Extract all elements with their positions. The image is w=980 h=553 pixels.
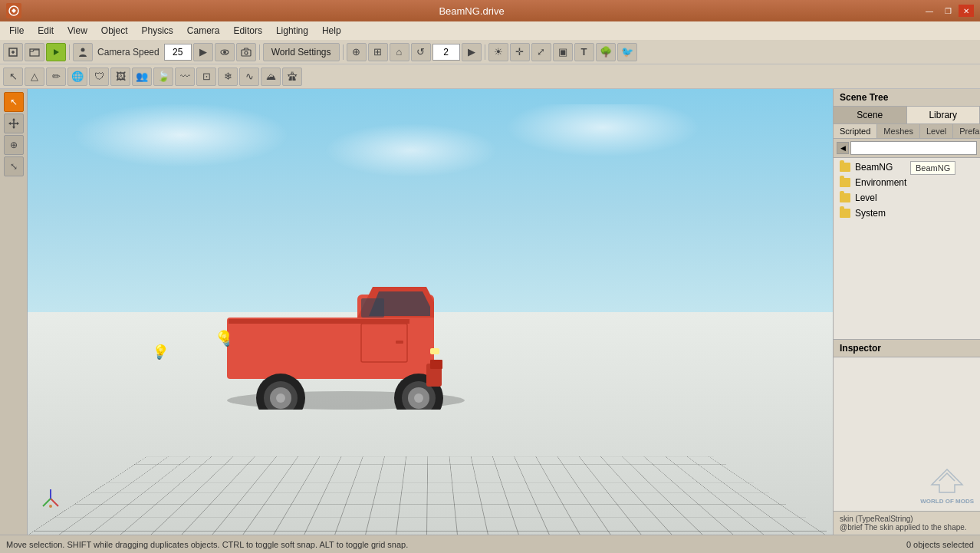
resize-tool-btn[interactable]: ⤡ (4, 156, 24, 176)
svg-rect-20 (396, 341, 403, 344)
tree-item-level-label: Level (855, 193, 877, 203)
text-btn[interactable]: T (574, 43, 594, 61)
camera-eye-btn[interactable] (215, 43, 235, 61)
toolbar-sep2 (259, 44, 260, 60)
svg-marker-14 (17, 122, 19, 125)
truck-svg (204, 256, 495, 410)
toolbar-sep4 (485, 44, 485, 60)
inspector-section: Inspector WORLD OF MODS skin (TypeRealSt… (834, 339, 980, 535)
statusbar-left: Move selection. SHIFT while dragging dup… (6, 540, 408, 549)
toolbar1: Camera Speed ▶ World Settings ⊕ ⊞ ⌂ ↺ ▶ … (0, 40, 980, 64)
align-btn[interactable]: ⤢ (531, 43, 551, 61)
snap-up-btn[interactable]: ▶ (462, 43, 482, 61)
toolbar-new-btn[interactable] (3, 43, 23, 61)
lib-tab-level[interactable]: Level (920, 124, 953, 138)
library-search-input[interactable] (850, 141, 977, 155)
tree-item-system[interactable]: System (834, 206, 980, 221)
snap-to-vertex-btn[interactable]: ⊕ (347, 43, 367, 61)
camera-speed-input[interactable] (164, 44, 192, 61)
viewport[interactable]: 💡 💡 (28, 89, 833, 535)
svg-rect-17 (361, 298, 384, 318)
scene-tab[interactable]: Scene (834, 107, 907, 123)
search-back-btn[interactable]: ◀ (837, 142, 849, 154)
toolbar2: ↖ △ ✏ 🌐 🛡 🖼 👥 🍃 〰 ⊡ ❄ ∿ ⛰ 🛣 (0, 64, 980, 89)
compass-tool-btn[interactable]: ⊕ (4, 135, 24, 155)
magnet-btn[interactable]: ⌂ (390, 43, 409, 61)
light-icon-2: 💡 (150, 343, 169, 362)
lib-tab-meshes[interactable]: Meshes (877, 124, 920, 138)
tree-item-system-label: System (855, 208, 886, 219)
t2-snowflake-btn[interactable]: ❄ (218, 67, 238, 86)
menu-physics[interactable]: Physics (136, 24, 179, 38)
transform-btn[interactable]: ▣ (553, 43, 573, 61)
scene-tabs: Scene Library (834, 107, 980, 124)
left-tools: ↖ ⊕ ⤡ (0, 89, 28, 535)
t2-terrain-btn[interactable]: ⛰ (261, 67, 281, 86)
t2-leaf-btn[interactable]: 🍃 (153, 67, 173, 86)
menu-object[interactable]: Object (95, 24, 134, 38)
toolbar-cam-btn[interactable] (236, 43, 256, 61)
menu-lighting[interactable]: Lighting (270, 24, 314, 38)
folder-icon-system (840, 209, 850, 218)
svg-marker-11 (12, 118, 15, 120)
search-bar: ◀ (834, 139, 980, 158)
sun-btn[interactable]: ☀ (488, 43, 508, 61)
tree-item-beamng[interactable]: BeamNG BeamNG (834, 160, 980, 175)
tree-item-environment-label: Environment (855, 177, 906, 188)
t2-select-btn[interactable]: ⊡ (196, 67, 216, 86)
menu-edit[interactable]: Edit (31, 24, 60, 38)
truck-model (204, 256, 495, 410)
tree-btn[interactable]: 🌳 (596, 43, 616, 61)
t2-pencil-btn[interactable]: ✏ (46, 67, 66, 86)
camera-speed-up-btn[interactable]: ▶ (193, 43, 213, 61)
bird-btn[interactable]: 🐦 (617, 43, 637, 61)
t2-globe-btn[interactable]: 🌐 (67, 67, 87, 86)
inspector-body: WORLD OF MODS (834, 357, 980, 511)
menu-editors[interactable]: Editors (228, 24, 268, 38)
close-button[interactable]: ✕ (959, 5, 974, 17)
minimize-button[interactable]: — (922, 5, 937, 17)
rotate-snap-btn[interactable]: ↺ (411, 43, 431, 61)
main-area: ↖ ⊕ ⤡ (0, 89, 980, 535)
world-settings-btn[interactable]: World Settings (263, 43, 340, 61)
right-panel: Scene Tree Scene Library Scripted Meshes… (833, 89, 980, 535)
t2-img-btn[interactable]: 🖼 (110, 67, 130, 86)
snap-input[interactable] (432, 44, 460, 61)
svg-point-25 (414, 393, 423, 403)
lib-tab-prefabs[interactable]: Prefabs (953, 124, 980, 138)
tree-item-level[interactable]: Level (834, 190, 980, 206)
t2-curve-btn[interactable]: ∿ (239, 67, 259, 86)
grid-btn[interactable]: ⊞ (368, 43, 388, 61)
menu-file[interactable]: File (3, 24, 30, 38)
svg-point-36 (49, 505, 52, 508)
t2-road-btn[interactable]: 🛣 (282, 67, 302, 86)
t2-wave-btn[interactable]: 〰 (175, 67, 195, 86)
restore-button[interactable]: ❐ (940, 5, 955, 17)
t2-tri-btn[interactable]: △ (25, 67, 44, 86)
toolbar-open-btn[interactable] (25, 43, 44, 61)
menu-camera[interactable]: Camera (181, 24, 226, 38)
toolbar-person-btn[interactable] (73, 43, 93, 61)
inspector-footer-desc: @brief The skin applied to the shape. (840, 523, 974, 532)
menu-help[interactable]: Help (316, 24, 347, 38)
move-arrows-tool-btn[interactable] (4, 114, 24, 133)
t2-people-btn[interactable]: 👥 (132, 67, 152, 86)
toolbar-play-btn[interactable] (46, 43, 66, 61)
t2-arrow-btn[interactable]: ↖ (3, 67, 23, 86)
library-tab[interactable]: Library (907, 107, 981, 123)
lib-tab-scripted[interactable]: Scripted (834, 124, 877, 138)
inspector-footer-text: skin (TypeRealString) (840, 515, 974, 523)
menu-view[interactable]: View (61, 24, 94, 38)
t2-shield-btn[interactable]: 🛡 (89, 67, 109, 86)
scene-tree-header: Scene Tree (834, 89, 980, 107)
svg-marker-13 (8, 122, 11, 125)
watermark-text: WORLD OF MODS (920, 498, 974, 505)
tree-item-environment[interactable]: Environment (834, 175, 980, 190)
svg-line-33 (51, 499, 58, 506)
select-tool-btn[interactable]: ↖ (4, 92, 24, 112)
window-controls: — ❐ ✕ (922, 5, 974, 17)
inspector-footer: skin (TypeRealString) @brief The skin ap… (834, 511, 980, 535)
statusbar: Move selection. SHIFT while dragging dup… (0, 535, 980, 553)
move-btn[interactable]: ✛ (510, 43, 530, 61)
svg-rect-18 (229, 319, 409, 324)
